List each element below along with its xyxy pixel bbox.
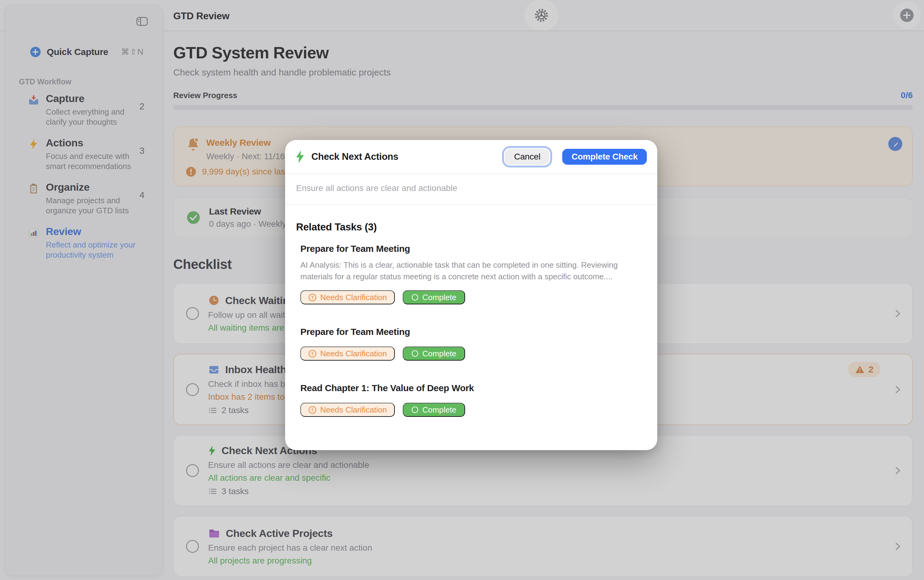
needs-clarification-label: Needs Clarification: [320, 349, 387, 358]
needs-clarification-label: Needs Clarification: [320, 293, 387, 302]
check-next-actions-dialog: Check Next Actions Cancel Complete Check…: [285, 140, 657, 450]
svg-text:?: ?: [311, 351, 314, 356]
dialog-title: Check Next Actions: [311, 151, 498, 162]
related-tasks-heading: Related Tasks (3): [296, 221, 646, 233]
complete-check-button[interactable]: Complete Check: [562, 149, 647, 165]
dialog-hint: Ensure all actions are clear and actiona…: [285, 174, 657, 205]
svg-text:?: ?: [311, 295, 314, 300]
question-circle-icon: ?: [308, 349, 316, 358]
related-task: Prepare for Team Meeting AI Analysis: Th…: [296, 243, 646, 304]
complete-task-label: Complete: [422, 405, 456, 415]
circle-outline-icon: [411, 350, 418, 357]
needs-clarification-label: Needs Clarification: [320, 405, 387, 415]
svg-text:?: ?: [311, 407, 314, 412]
needs-clarification-button[interactable]: ? Needs Clarification: [300, 290, 395, 304]
complete-task-label: Complete: [422, 293, 456, 302]
complete-task-label: Complete: [422, 349, 456, 358]
cancel-button[interactable]: Cancel: [505, 149, 549, 165]
complete-task-button[interactable]: Complete: [403, 346, 465, 361]
complete-task-button[interactable]: Complete: [403, 290, 465, 304]
circle-outline-icon: [411, 294, 418, 301]
task-title: Prepare for Team Meeting: [300, 243, 646, 255]
task-title: Read Chapter 1: The Value of Deep Work: [300, 382, 646, 394]
question-circle-icon: ?: [308, 406, 316, 414]
complete-task-button[interactable]: Complete: [403, 403, 465, 417]
needs-clarification-button[interactable]: ? Needs Clarification: [300, 346, 395, 361]
circle-outline-icon: [411, 406, 418, 414]
task-title: Prepare for Team Meeting: [300, 326, 646, 338]
lightning-green-icon: [295, 150, 305, 163]
needs-clarification-button[interactable]: ? Needs Clarification: [300, 403, 395, 417]
related-task: Prepare for Team Meeting ? Needs Clarifi…: [296, 326, 646, 361]
question-circle-icon: ?: [308, 293, 316, 302]
task-ai-analysis: AI Analysis: This is a clear, actionable…: [300, 259, 627, 282]
related-task: Read Chapter 1: The Value of Deep Work ?…: [296, 382, 646, 417]
